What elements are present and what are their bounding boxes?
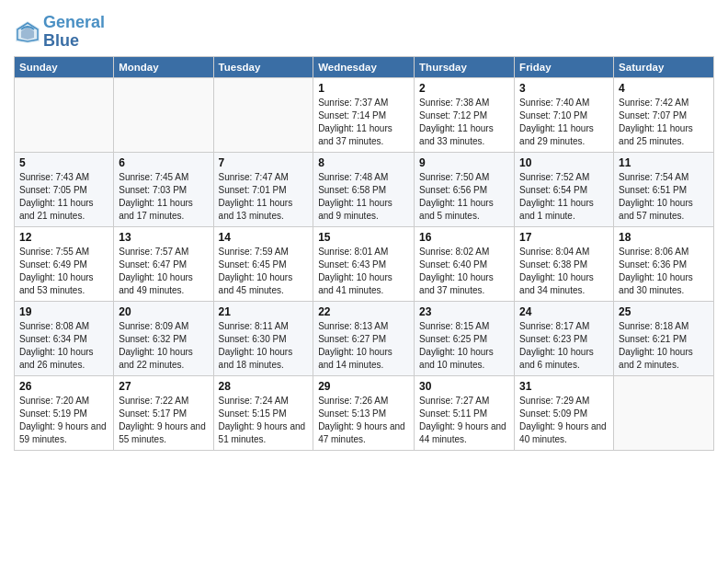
day-number: 8 <box>318 156 409 169</box>
calendar-cell: 23Sunrise: 8:15 AM Sunset: 6:25 PM Dayli… <box>415 301 515 375</box>
day-number: 16 <box>419 231 509 244</box>
calendar-cell: 9Sunrise: 7:50 AM Sunset: 6:56 PM Daylig… <box>415 152 515 226</box>
calendar-cell: 30Sunrise: 7:27 AM Sunset: 5:11 PM Dayli… <box>415 375 515 450</box>
day-info: Sunrise: 7:24 AM Sunset: 5:15 PM Dayligh… <box>219 395 309 446</box>
calendar-cell <box>614 375 714 450</box>
day-number: 19 <box>19 305 108 318</box>
calendar-cell: 2Sunrise: 7:38 AM Sunset: 7:12 PM Daylig… <box>415 77 515 152</box>
day-number: 28 <box>219 380 309 393</box>
weekday-header-tuesday: Tuesday <box>213 56 313 77</box>
calendar-cell: 13Sunrise: 7:57 AM Sunset: 6:47 PM Dayli… <box>114 226 213 301</box>
calendar-cell: 20Sunrise: 8:09 AM Sunset: 6:32 PM Dayli… <box>114 301 213 375</box>
day-info: Sunrise: 7:42 AM Sunset: 7:07 PM Dayligh… <box>619 97 709 148</box>
day-info: Sunrise: 7:57 AM Sunset: 6:47 PM Dayligh… <box>119 246 208 297</box>
weekday-header-row: SundayMondayTuesdayWednesdayThursdayFrid… <box>15 56 714 77</box>
day-number: 27 <box>119 380 208 393</box>
day-info: Sunrise: 8:15 AM Sunset: 6:25 PM Dayligh… <box>419 320 509 372</box>
calendar-cell: 28Sunrise: 7:24 AM Sunset: 5:15 PM Dayli… <box>213 375 313 450</box>
page-container: General Blue SundayMondayTuesdayWednesda… <box>0 0 728 460</box>
day-info: Sunrise: 8:11 AM Sunset: 6:30 PM Dayligh… <box>219 320 309 372</box>
logo-icon <box>14 19 41 45</box>
calendar-cell: 10Sunrise: 7:52 AM Sunset: 6:54 PM Dayli… <box>515 152 614 226</box>
weekday-header-monday: Monday <box>114 56 213 77</box>
day-number: 22 <box>318 305 409 318</box>
calendar-cell: 15Sunrise: 8:01 AM Sunset: 6:43 PM Dayli… <box>313 226 415 301</box>
day-info: Sunrise: 8:02 AM Sunset: 6:40 PM Dayligh… <box>419 246 509 297</box>
day-info: Sunrise: 7:43 AM Sunset: 7:05 PM Dayligh… <box>19 171 108 223</box>
day-info: Sunrise: 7:54 AM Sunset: 6:51 PM Dayligh… <box>619 171 709 223</box>
calendar-cell: 4Sunrise: 7:42 AM Sunset: 7:07 PM Daylig… <box>614 77 714 152</box>
calendar-cell: 8Sunrise: 7:48 AM Sunset: 6:58 PM Daylig… <box>313 152 415 226</box>
day-info: Sunrise: 7:27 AM Sunset: 5:11 PM Dayligh… <box>419 395 509 446</box>
weekday-header-wednesday: Wednesday <box>313 56 415 77</box>
calendar-cell <box>15 77 114 152</box>
day-number: 1 <box>318 82 409 95</box>
calendar-cell: 19Sunrise: 8:08 AM Sunset: 6:34 PM Dayli… <box>15 301 114 375</box>
day-number: 20 <box>119 305 208 318</box>
day-info: Sunrise: 8:01 AM Sunset: 6:43 PM Dayligh… <box>318 246 409 297</box>
logo-text: General Blue <box>43 14 105 51</box>
calendar-cell: 25Sunrise: 8:18 AM Sunset: 6:21 PM Dayli… <box>614 301 714 375</box>
day-info: Sunrise: 8:09 AM Sunset: 6:32 PM Dayligh… <box>119 320 208 372</box>
day-info: Sunrise: 7:29 AM Sunset: 5:09 PM Dayligh… <box>519 395 609 446</box>
calendar-week-2: 5Sunrise: 7:43 AM Sunset: 7:05 PM Daylig… <box>15 152 714 226</box>
header: General Blue <box>14 9 714 51</box>
day-info: Sunrise: 7:50 AM Sunset: 6:56 PM Dayligh… <box>419 171 509 223</box>
calendar-cell: 1Sunrise: 7:37 AM Sunset: 7:14 PM Daylig… <box>313 77 415 152</box>
day-number: 24 <box>519 305 609 318</box>
calendar-cell: 12Sunrise: 7:55 AM Sunset: 6:49 PM Dayli… <box>15 226 114 301</box>
day-number: 25 <box>619 305 709 318</box>
calendar-cell: 6Sunrise: 7:45 AM Sunset: 7:03 PM Daylig… <box>114 152 213 226</box>
calendar-cell: 16Sunrise: 8:02 AM Sunset: 6:40 PM Dayli… <box>415 226 515 301</box>
calendar-cell <box>213 77 313 152</box>
day-number: 23 <box>419 305 509 318</box>
day-number: 12 <box>19 231 108 244</box>
day-number: 14 <box>219 231 309 244</box>
day-info: Sunrise: 8:17 AM Sunset: 6:23 PM Dayligh… <box>519 320 609 372</box>
calendar-cell: 14Sunrise: 7:59 AM Sunset: 6:45 PM Dayli… <box>213 226 313 301</box>
day-number: 3 <box>519 82 609 95</box>
day-number: 2 <box>419 82 509 95</box>
day-number: 10 <box>519 156 609 169</box>
day-number: 21 <box>219 305 309 318</box>
day-info: Sunrise: 7:59 AM Sunset: 6:45 PM Dayligh… <box>219 246 309 297</box>
calendar-cell: 18Sunrise: 8:06 AM Sunset: 6:36 PM Dayli… <box>614 226 714 301</box>
day-info: Sunrise: 7:20 AM Sunset: 5:19 PM Dayligh… <box>19 395 108 446</box>
day-number: 17 <box>519 231 609 244</box>
calendar-cell: 29Sunrise: 7:26 AM Sunset: 5:13 PM Dayli… <box>313 375 415 450</box>
weekday-header-sunday: Sunday <box>15 56 114 77</box>
calendar-cell: 24Sunrise: 8:17 AM Sunset: 6:23 PM Dayli… <box>515 301 614 375</box>
day-number: 13 <box>119 231 208 244</box>
day-info: Sunrise: 7:48 AM Sunset: 6:58 PM Dayligh… <box>318 171 409 223</box>
calendar-cell: 21Sunrise: 8:11 AM Sunset: 6:30 PM Dayli… <box>213 301 313 375</box>
day-info: Sunrise: 7:37 AM Sunset: 7:14 PM Dayligh… <box>318 97 409 148</box>
day-number: 29 <box>318 380 409 393</box>
weekday-header-thursday: Thursday <box>415 56 515 77</box>
day-info: Sunrise: 8:08 AM Sunset: 6:34 PM Dayligh… <box>19 320 108 372</box>
day-info: Sunrise: 8:06 AM Sunset: 6:36 PM Dayligh… <box>619 246 709 297</box>
day-info: Sunrise: 7:47 AM Sunset: 7:01 PM Dayligh… <box>219 171 309 223</box>
day-info: Sunrise: 7:38 AM Sunset: 7:12 PM Dayligh… <box>419 97 509 148</box>
day-number: 4 <box>619 82 709 95</box>
calendar-week-1: 1Sunrise: 7:37 AM Sunset: 7:14 PM Daylig… <box>15 77 714 152</box>
weekday-header-saturday: Saturday <box>614 56 714 77</box>
calendar-week-5: 26Sunrise: 7:20 AM Sunset: 5:19 PM Dayli… <box>15 375 714 450</box>
day-number: 11 <box>619 156 709 169</box>
day-number: 26 <box>19 380 108 393</box>
day-info: Sunrise: 7:55 AM Sunset: 6:49 PM Dayligh… <box>19 246 108 297</box>
calendar-cell: 11Sunrise: 7:54 AM Sunset: 6:51 PM Dayli… <box>614 152 714 226</box>
calendar-cell: 7Sunrise: 7:47 AM Sunset: 7:01 PM Daylig… <box>213 152 313 226</box>
calendar-week-3: 12Sunrise: 7:55 AM Sunset: 6:49 PM Dayli… <box>15 226 714 301</box>
day-info: Sunrise: 8:18 AM Sunset: 6:21 PM Dayligh… <box>619 320 709 372</box>
calendar-cell: 27Sunrise: 7:22 AM Sunset: 5:17 PM Dayli… <box>114 375 213 450</box>
calendar-cell: 26Sunrise: 7:20 AM Sunset: 5:19 PM Dayli… <box>15 375 114 450</box>
logo: General Blue <box>14 14 105 51</box>
calendar-week-4: 19Sunrise: 8:08 AM Sunset: 6:34 PM Dayli… <box>15 301 714 375</box>
day-info: Sunrise: 7:26 AM Sunset: 5:13 PM Dayligh… <box>318 395 409 446</box>
day-number: 31 <box>519 380 609 393</box>
day-info: Sunrise: 7:22 AM Sunset: 5:17 PM Dayligh… <box>119 395 208 446</box>
day-info: Sunrise: 7:40 AM Sunset: 7:10 PM Dayligh… <box>519 97 609 148</box>
calendar-cell <box>114 77 213 152</box>
day-info: Sunrise: 8:04 AM Sunset: 6:38 PM Dayligh… <box>519 246 609 297</box>
day-number: 9 <box>419 156 509 169</box>
